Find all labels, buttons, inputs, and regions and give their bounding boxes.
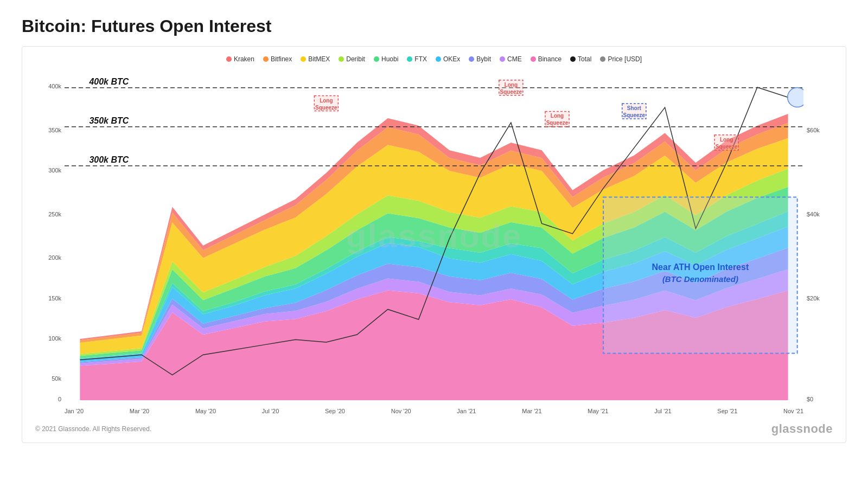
y-axis-label-right: $40k xyxy=(807,211,820,217)
chart-area: 400k350k300k250k200k150k100k50k0 400k BT… xyxy=(33,69,835,406)
legend-item: Kraken xyxy=(226,55,254,63)
svg-text:Squeeze: Squeeze xyxy=(716,144,738,150)
x-axis-label: Mar '21 xyxy=(522,408,541,414)
legend-item: OKEx xyxy=(436,55,460,63)
footer-brand: glassnode xyxy=(771,422,833,436)
x-axis-label: Jul '21 xyxy=(654,408,671,414)
svg-text:Squeeze: Squeeze xyxy=(315,105,337,111)
x-axis-label: Sep '20 xyxy=(325,408,345,414)
y-axis-label-left: 150k xyxy=(48,295,61,302)
legend-item: CME xyxy=(500,55,522,63)
y-axis-label-left: 350k xyxy=(48,127,61,133)
page-title: Bitcoin: Futures Open Interest xyxy=(22,16,846,36)
svg-text:(BTC Denominated): (BTC Denominated) xyxy=(662,274,738,284)
legend-item: Bitfinex xyxy=(263,55,292,63)
y-axis-label-right: $0 xyxy=(807,396,813,402)
x-axis-label: May '21 xyxy=(588,408,608,414)
footer: © 2021 Glassnode. All Rights Reserved. g… xyxy=(33,422,835,436)
y-axis-right: $60k$40k$20k$0 xyxy=(803,69,835,406)
x-axis-label: Jan '20 xyxy=(65,408,84,414)
svg-text:Near ATH Open Interest: Near ATH Open Interest xyxy=(652,262,749,272)
x-axis-label: Jul '20 xyxy=(262,408,279,414)
svg-text:Squeeze: Squeeze xyxy=(546,120,569,126)
x-axis-label: Sep '21 xyxy=(717,408,737,414)
chart-container: KrakenBitfinexBitMEXDeribitHuobiFTXOKExB… xyxy=(22,46,846,443)
svg-text:Squeeze: Squeeze xyxy=(623,112,646,118)
y-axis-label-right: $20k xyxy=(807,295,820,302)
svg-point-24 xyxy=(788,88,803,107)
svg-text:350k BTC: 350k BTC xyxy=(89,116,129,125)
page-wrapper: Bitcoin: Futures Open Interest KrakenBit… xyxy=(0,0,868,454)
svg-text:Long: Long xyxy=(320,98,333,104)
y-axis-label-left: 100k xyxy=(48,335,61,342)
y-axis-label-left: 250k xyxy=(48,211,61,217)
footer-copyright: © 2021 Glassnode. All Rights Reserved. xyxy=(35,425,151,433)
y-axis-label-left: 400k xyxy=(48,83,61,89)
svg-text:300k BTC: 300k BTC xyxy=(89,155,129,164)
legend-item: Binance xyxy=(531,55,561,63)
legend-item: Huobi xyxy=(374,55,398,63)
y-axis-label-left: 200k xyxy=(48,254,61,261)
legend: KrakenBitfinexBitMEXDeribitHuobiFTXOKExB… xyxy=(33,55,835,63)
legend-item: Total xyxy=(570,55,591,63)
x-axis: Jan '20Mar '20May '20Jul '20Sep '20Nov '… xyxy=(65,408,803,414)
x-axis-label: Mar '20 xyxy=(130,408,149,414)
y-axis-label-left: 50k xyxy=(52,375,61,382)
y-axis-label-left: 300k xyxy=(48,167,61,174)
x-axis-label: Jan '21 xyxy=(457,408,476,414)
legend-item: Deribit xyxy=(339,55,365,63)
legend-item: FTX xyxy=(407,55,427,63)
x-axis-label: Nov '21 xyxy=(783,408,803,414)
svg-text:400k BTC: 400k BTC xyxy=(88,77,129,86)
svg-text:Long: Long xyxy=(720,137,733,143)
y-axis-left: 400k350k300k250k200k150k100k50k0 xyxy=(33,69,65,406)
svg-text:Squeeze: Squeeze xyxy=(500,89,522,95)
y-axis-label-right: $60k xyxy=(807,127,820,133)
y-axis-label-left: 0 xyxy=(58,396,61,402)
chart-inner: 400k BTC350k BTC300k BTCLongSqueezeLongS… xyxy=(65,69,803,406)
legend-item: Price [USD] xyxy=(600,55,642,63)
x-axis-label: May '20 xyxy=(195,408,216,414)
svg-text:Long: Long xyxy=(505,82,518,88)
legend-item: BitMEX xyxy=(301,55,330,63)
svg-text:Short: Short xyxy=(627,105,642,111)
legend-item: Bybit xyxy=(469,55,491,63)
x-axis-label: Nov '20 xyxy=(391,408,411,414)
svg-text:Long: Long xyxy=(551,113,564,119)
